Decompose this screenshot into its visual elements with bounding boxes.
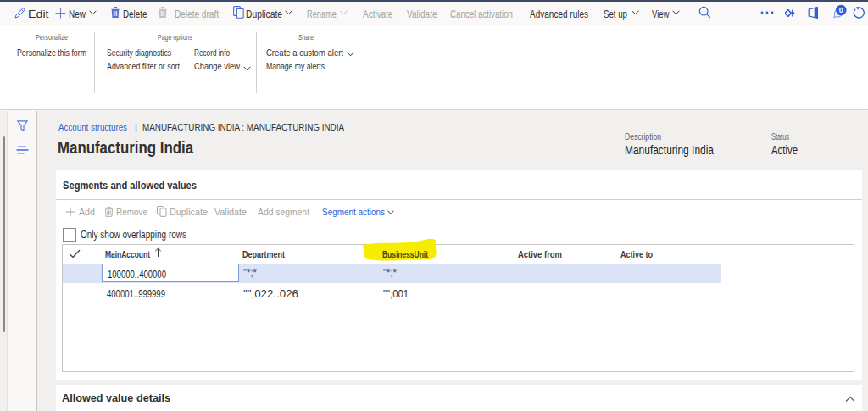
- svg-text:0: 0: [839, 6, 843, 14]
